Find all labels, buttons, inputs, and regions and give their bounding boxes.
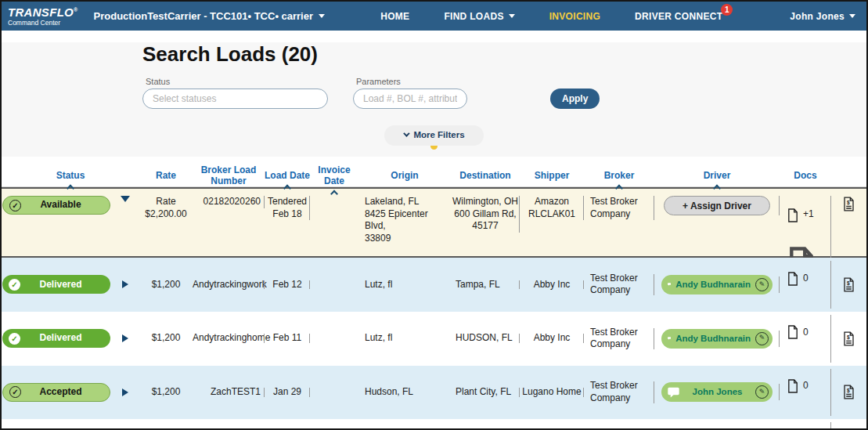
expand-caret[interactable] <box>111 279 139 290</box>
edit-driver-icon[interactable]: ✎ <box>755 332 769 345</box>
docs-count: 0 <box>803 380 809 392</box>
edit-driver-icon[interactable]: ✎ <box>755 278 769 291</box>
parameters-filter-group: Parameters <box>353 77 467 109</box>
column-header[interactable]: Docs <box>780 170 831 181</box>
nav-driver-connect[interactable]: DRIVER CONNECT 1 <box>635 11 722 22</box>
table-header-row: Status Rate Broker Load Number Load Date… <box>2 164 866 187</box>
driver-pill[interactable]: Andy Budhnarain ✎ <box>661 275 773 294</box>
invoice-doc-cell[interactable]: $ <box>831 276 866 294</box>
expand-caret[interactable] <box>111 194 139 204</box>
column-header[interactable]: Driver <box>654 170 780 181</box>
column-header[interactable]: Destination <box>451 170 520 181</box>
column-header[interactable]: Load Date <box>265 170 310 181</box>
status-badge: ✓ Delivered <box>2 275 110 294</box>
table-row[interactable]: ✓ Accepted $1,200 ZachTEST1 Jan 29 Hudso… <box>2 366 866 420</box>
chat-bubble-icon <box>668 333 671 344</box>
rate-cell: $1,200 <box>139 277 193 293</box>
invoice-doc-icon: $ <box>843 197 855 211</box>
rate-value: $2,200.00 <box>139 208 193 221</box>
filter-row: Status Parameters Apply <box>142 77 866 109</box>
column-header-label: Docs <box>794 170 816 181</box>
parameters-filter-input[interactable] <box>353 89 467 109</box>
column-header[interactable]: Origin <box>358 170 451 181</box>
driver-cell: Andy Budhnarain ✎ <box>654 273 780 296</box>
load-date-value: Feb 18 <box>265 208 310 221</box>
nav-invoicing[interactable]: INVOICING <box>549 11 600 22</box>
column-header[interactable]: Rate <box>139 170 193 181</box>
chevron-down-icon <box>509 14 515 18</box>
table-row[interactable]: ✓ Available Rate$2,200.00 02182020260 Te… <box>2 187 866 258</box>
brand-name: TRANSFLO® <box>8 6 78 18</box>
nav-find-loads[interactable]: FIND LOADS <box>444 11 514 22</box>
driver-name: John Jones <box>684 386 751 398</box>
parameters-filter-label: Parameters <box>356 77 467 86</box>
load-date-cell: Feb 12 <box>265 277 310 293</box>
column-header-label: Rate <box>156 170 176 181</box>
status-filter-group: Status <box>142 77 328 109</box>
chevron-down-icon <box>404 130 410 136</box>
transflo-logo: TRANSFLO® Command Center <box>8 6 78 27</box>
invoice-doc-icon: $ <box>843 385 855 399</box>
driver-cell: John Jones ✎ <box>654 381 780 403</box>
expand-caret[interactable] <box>111 387 139 398</box>
load-date-value: Jan 29 <box>265 386 310 399</box>
top-navbar: TRANSFLO® Command Center ProductionTestC… <box>2 2 866 31</box>
column-header[interactable]: Status <box>2 170 139 181</box>
driver-name: Andy Budhnarain <box>675 279 751 291</box>
expand-caret-icon <box>122 334 128 342</box>
page-title: Search Loads (20) <box>142 42 866 67</box>
document-icon <box>787 325 798 339</box>
docs-cell[interactable]: 0 <box>780 258 831 312</box>
docs-cell[interactable]: 0 <box>780 366 831 420</box>
destination-cell: HUDSON, FL <box>451 331 520 346</box>
column-header[interactable]: Broker <box>584 170 654 181</box>
invoice-doc-cell[interactable]: $ <box>831 330 866 348</box>
chat-bubble-icon <box>668 387 679 398</box>
svg-text:$: $ <box>847 200 850 206</box>
docs-cell[interactable]: 0 <box>780 312 831 366</box>
table-row[interactable]: ✓ Available $1,200 01282020106 Jan 28 La… <box>2 419 866 430</box>
table-row[interactable]: ✓ Delivered $1,200 Andytrackingwork Feb … <box>2 258 866 312</box>
invoice-doc-cell[interactable]: $ <box>831 194 866 213</box>
broker-cell: Test Broker Company <box>584 325 654 352</box>
broker-load-number-cell: Andytrackingwork <box>193 277 265 293</box>
docs-cell[interactable]: 0 <box>780 419 831 430</box>
status-badge: ✓ Available <box>2 196 110 215</box>
invoice-doc-cell[interactable]: $ <box>831 383 866 401</box>
svg-text:$: $ <box>847 280 850 286</box>
expand-caret-icon <box>122 280 128 288</box>
driver-pill[interactable]: Andy Budhnarain ✎ <box>661 329 773 349</box>
load-date-cell: TenderedFeb 18 <box>265 194 310 222</box>
column-header[interactable]: Shipper <box>520 170 584 181</box>
column-header-label: Origin <box>391 170 418 181</box>
edit-driver-icon[interactable]: ✎ <box>755 385 769 399</box>
carrier-selector[interactable]: ProductionTestCarrier - TCC101• TCC• car… <box>94 10 326 22</box>
chevron-down-icon <box>849 14 855 18</box>
assign-driver-button[interactable]: + Assign Driver <box>664 196 770 215</box>
load-date-value: Feb 12 <box>265 279 310 291</box>
invoice-doc-icon: $ <box>843 277 855 292</box>
status-filter-input[interactable] <box>142 89 328 109</box>
apply-button[interactable]: Apply <box>550 89 600 109</box>
column-header[interactable]: Broker Load Number <box>193 164 265 186</box>
destination-cell: Wilmington, OH 600 Gillam Rd, 45177 <box>451 194 520 234</box>
status-cell: ✓ Delivered <box>2 273 111 295</box>
load-date-value: Feb 11 <box>265 332 310 345</box>
origin-cell: Lakeland, FL 8425 Epicenter Blvd, 33809 <box>358 194 451 246</box>
status-icon: ✓ <box>9 279 20 291</box>
origin-cell: Lutz, fl <box>358 331 451 346</box>
invoice-date-cell <box>310 337 358 340</box>
shipper-cell: Amazon RLCLAK01 <box>520 194 584 222</box>
driver-pill[interactable]: John Jones ✎ <box>661 382 773 402</box>
more-filters-toggle[interactable]: More Filters <box>384 125 483 146</box>
column-header-label: Load Date <box>265 170 310 181</box>
more-filters-wrap: More Filters <box>2 125 866 157</box>
status-label: Delivered <box>25 279 96 291</box>
column-header-label: Destination <box>459 170 510 181</box>
table-row[interactable]: ✓ Delivered $1,200 Andytrackinghome Feb … <box>2 312 866 366</box>
nav-home[interactable]: HOME <box>380 11 409 22</box>
user-menu[interactable]: John Jones <box>790 11 855 22</box>
column-header-label: Status <box>56 170 85 181</box>
expand-caret[interactable] <box>111 333 139 344</box>
column-header[interactable]: Invoice Date <box>310 164 358 186</box>
